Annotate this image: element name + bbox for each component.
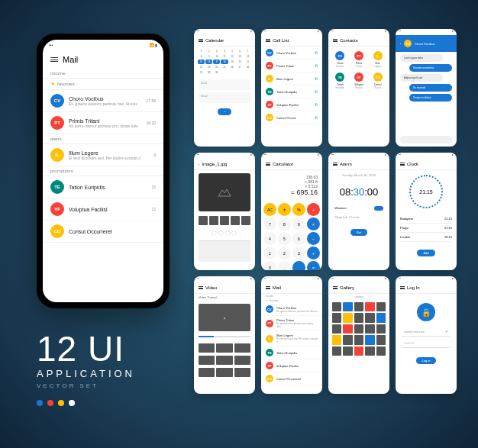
mail-item[interactable]: CVChoro VocibusEx, graeco dolorum pertin… [261, 303, 322, 316]
video-thumb[interactable] [199, 343, 215, 353]
contact-item[interactable]: VFVoluptuaFacilisi [350, 71, 368, 91]
contact-item[interactable]: COConsulOccurr. [369, 71, 386, 91]
hamburger-icon[interactable] [50, 57, 58, 62]
calendar-day[interactable]: 17 [213, 60, 220, 64]
calendar-day[interactable]: 13 [237, 54, 244, 59]
hamburger-icon[interactable] [199, 286, 203, 289]
hamburger-icon[interactable] [400, 163, 405, 166]
mail-item[interactable]: PTPrimis TritaniNo porro utamur gloriatu… [43, 112, 163, 134]
calc-key-%[interactable]: % [292, 203, 305, 216]
gallery-item[interactable] [365, 335, 374, 344]
calendar-day[interactable]: 24 [213, 65, 220, 69]
calendar-day[interactable]: 23 [205, 65, 212, 69]
clock-city-row[interactable]: London20:15 [400, 233, 452, 242]
gallery-item[interactable] [365, 324, 374, 334]
calendar-day[interactable]: 3 [213, 49, 220, 53]
calendar-day[interactable]: 20 [237, 60, 244, 64]
chat-avatar[interactable]: CV [404, 40, 412, 47]
calc-key-.[interactable]: . [278, 261, 291, 270]
video-thumb[interactable] [234, 343, 250, 353]
gallery-item[interactable] [332, 313, 341, 322]
gallery-item[interactable] [365, 346, 374, 356]
email-input[interactable]: mail@mail.com👁 [402, 327, 451, 337]
hamburger-icon[interactable] [400, 286, 405, 289]
mail-item[interactable]: COConsul Occurreret [261, 372, 322, 385]
video-player[interactable]: ▶ [199, 304, 250, 331]
messenger-screen[interactable]: •••▮ ‹ CV Choro Vocibus Lorem ipsum dolo… [396, 29, 457, 147]
thumb[interactable] [209, 216, 218, 225]
calendar-day[interactable]: 21 [244, 60, 251, 64]
contacts-screen[interactable]: •••▮ Contacts CVChoroVocibusPTPrimisTrit… [328, 29, 389, 147]
calendar-day[interactable]: 26 [229, 65, 236, 69]
calendar-day[interactable]: 16 [205, 60, 212, 64]
image-screen[interactable]: •••▮ ‹Image_1.jpg ◯ ◯ ◯ ◯ [194, 153, 255, 270]
calendar-screen[interactable]: •••▮ Calendar 12345678910111213141516171… [194, 29, 255, 147]
calendar-day[interactable]: 22 [198, 65, 205, 69]
contact-item[interactable]: TETationEuripidis [331, 71, 349, 91]
video-thumb[interactable] [216, 368, 232, 377]
calendar-day[interactable]: 30 [205, 70, 212, 75]
calendar-day[interactable]: 8 [198, 54, 205, 59]
hamburger-icon[interactable] [266, 39, 270, 42]
message-bubble[interactable]: Adipiscing elit sed [400, 74, 443, 82]
calc-key-AC[interactable]: AC [263, 203, 276, 216]
gallery-item[interactable] [354, 335, 363, 344]
gallery-item[interactable] [376, 335, 386, 344]
back-icon[interactable]: ‹ [400, 42, 401, 46]
calendar-day[interactable]: 18 [221, 60, 228, 64]
gallery-item[interactable] [365, 313, 374, 322]
gallery-item[interactable] [376, 346, 386, 356]
mail-mini-screen[interactable]: •••▮ Mail Income ★favorites CVChoro Voci… [261, 276, 322, 394]
gallery-item[interactable] [365, 302, 374, 311]
video-screen[interactable]: •••▮ Video Video Tutorial ▶ [194, 276, 255, 394]
mail-item[interactable]: PTPrimis TritaniNo porro utamur gloriatu… [261, 316, 322, 331]
message-bubble[interactable]: Lorem ipsum dolor [400, 54, 443, 62]
calendar-day[interactable]: 2 [205, 49, 212, 53]
gallery-item[interactable] [343, 302, 352, 311]
hamburger-icon[interactable] [266, 286, 270, 289]
call-item[interactable]: COConsul Occurr.✆ [261, 111, 322, 124]
calc-key-6[interactable]: 6 [292, 232, 305, 245]
calendar-day[interactable]: 14 [244, 54, 251, 59]
thumb[interactable] [231, 216, 240, 225]
mail-item[interactable]: VFVoluptua Facilisi [261, 359, 322, 372]
video-thumb[interactable] [199, 356, 215, 365]
phone-icon[interactable]: ✆ [315, 102, 318, 107]
calendar-day[interactable]: 25 [221, 65, 228, 69]
video-thumb[interactable] [216, 356, 232, 365]
message-bubble[interactable]: Tempor incididunt [409, 94, 452, 102]
calendar-day[interactable]: 6 [237, 49, 244, 53]
hamburger-icon[interactable] [199, 39, 203, 42]
calendar-button[interactable]: • [218, 108, 231, 115]
calc-key-÷[interactable]: ÷ [307, 203, 320, 216]
gallery-item[interactable] [376, 302, 386, 311]
call-item[interactable]: VFVoluptua Facilisi✆ [261, 98, 322, 111]
calllist-screen[interactable]: •••▮ Call List CVChoro Vocibus✆PTPrimis … [261, 29, 322, 147]
gallery-item[interactable] [376, 324, 386, 334]
video-thumb[interactable] [199, 368, 215, 377]
gallery-screen[interactable]: •••▮ Gallery vacation [328, 276, 389, 394]
clock-screen[interactable]: •••▮ Clock 21:15 Budapest21:15Praga21:15… [396, 153, 457, 270]
thumb[interactable] [241, 216, 250, 225]
gallery-item[interactable] [376, 313, 386, 322]
call-item[interactable]: ILIllum Legere✆ [261, 73, 322, 85]
gallery-item[interactable] [354, 302, 363, 311]
set-button[interactable]: Set [350, 229, 367, 236]
calendar-day[interactable]: 12 [229, 54, 236, 59]
calc-key-8[interactable]: 8 [278, 218, 291, 230]
gallery-item[interactable] [332, 335, 341, 344]
video-thumb[interactable] [234, 368, 250, 377]
message-input[interactable] [400, 136, 452, 143]
mail-item[interactable]: CVChoro VocibusEx, graeco dolorum pertin… [43, 90, 163, 112]
calc-key-×[interactable]: × [307, 218, 320, 230]
calendar-day[interactable]: 29 [198, 70, 205, 75]
calendar-day[interactable]: 11 [221, 54, 228, 59]
gallery-item[interactable] [354, 346, 363, 356]
calendar-day[interactable]: 7 [244, 49, 251, 53]
phone-icon[interactable]: ✆ [315, 76, 318, 81]
message-bubble[interactable]: Do eiusmod [409, 84, 452, 92]
call-item[interactable]: CVChoro Vocibus✆ [261, 47, 322, 60]
task-1[interactable]: Task 1 [199, 79, 250, 90]
phone-icon[interactable]: ✆ [315, 50, 318, 55]
call-item[interactable]: TETation Euripidis✆ [261, 85, 322, 98]
